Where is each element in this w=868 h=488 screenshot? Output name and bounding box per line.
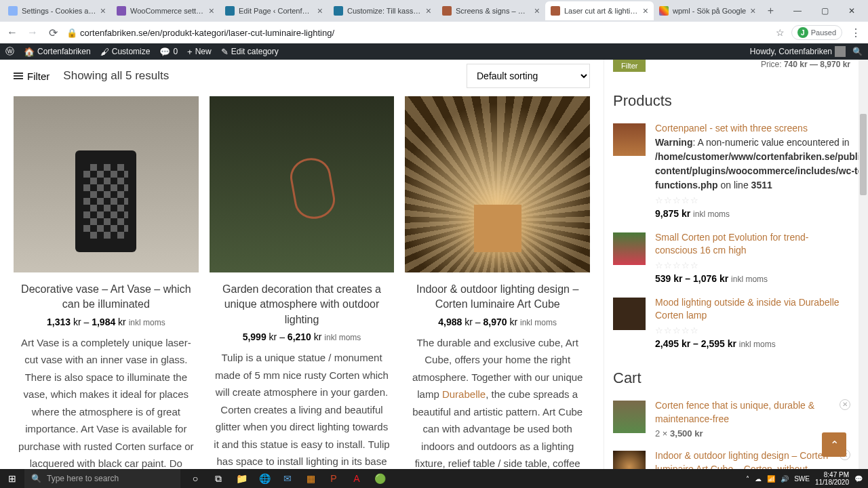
customize-link[interactable]: 🖌Customize xyxy=(100,47,151,57)
bookmark-icon[interactable]: ☆ xyxy=(776,27,785,38)
taskbar-clock[interactable]: 8:47 PM11/18/2020 xyxy=(815,471,849,486)
price-filter-row: Filter Price: 740 kr — 8,970 kr xyxy=(613,60,850,72)
wp-admin-bar: ⓦ 🏠Cortenfabriken 🖌Customize 💬0 +New ✎Ed… xyxy=(0,43,868,60)
remove-cart-item[interactable]: ✕ xyxy=(840,399,850,410)
comments-link[interactable]: 💬0 xyxy=(159,47,178,57)
taskbar-search[interactable]: 🔍Type here to search xyxy=(24,469,180,488)
app-icon[interactable]: ▦ xyxy=(300,469,321,488)
browser-tab[interactable]: Laser cut art & lighting – Corten× xyxy=(545,1,654,20)
product-card: Indoor & outdoor lighting design – Corte… xyxy=(405,96,590,469)
favicon xyxy=(117,6,126,16)
sidebar-product-item: Mood lighting outside & inside via Durab… xyxy=(613,296,850,349)
minimize-button[interactable]: — xyxy=(784,6,811,16)
start-button[interactable]: ⊞ xyxy=(0,473,24,484)
tab-title: WooCommerce settings ‹ Corten xyxy=(130,7,205,15)
favicon xyxy=(551,6,560,16)
explorer-icon[interactable]: 📁 xyxy=(231,469,252,488)
browser-tabs: Settings - Cookies and other site×WooCom… xyxy=(0,0,868,22)
browser-tab[interactable]: wpml - Sök på Google× xyxy=(654,1,761,20)
reload-button[interactable]: ⟳ xyxy=(46,26,60,39)
close-tab-icon[interactable]: × xyxy=(317,5,323,16)
tab-title: Settings - Cookies and other site xyxy=(22,7,96,15)
cortana-icon[interactable]: ○ xyxy=(184,469,206,488)
close-tab-icon[interactable]: × xyxy=(643,5,648,16)
new-link[interactable]: +New xyxy=(187,47,212,57)
powerpoint-icon[interactable]: P xyxy=(323,469,344,488)
volume-icon[interactable]: 🔊 xyxy=(781,475,789,483)
product-link[interactable]: Cortenpanel - set with three screens xyxy=(655,123,808,134)
filter-toggle[interactable]: Filter xyxy=(14,70,50,82)
cart-product-link[interactable]: Corten fence that is unique, durable & m… xyxy=(655,400,814,424)
profile-paused-chip[interactable]: JPaused xyxy=(791,25,842,40)
product-link[interactable]: Mood lighting outside & inside via Durab… xyxy=(655,297,840,321)
windows-taskbar: ⊞ 🔍Type here to search ○ ⧉ 📁 🌐 ✉ ▦ P A 🟢… xyxy=(0,469,868,488)
product-link[interactable]: Small Corten pot Evolution for trend-con… xyxy=(655,232,808,256)
product-thumbnail[interactable] xyxy=(613,298,646,330)
product-title[interactable]: Indoor & outdoor lighting design – Corte… xyxy=(409,282,586,312)
scroll-to-top-button[interactable]: ⌃ xyxy=(822,432,846,457)
favicon xyxy=(225,6,235,16)
howdy-link[interactable]: Howdy, Cortenfabriken xyxy=(750,46,846,57)
browser-tab[interactable]: Edit Page ‹ Cortenfabriken — W× xyxy=(220,1,328,20)
cart-heading: Cart xyxy=(613,369,850,387)
back-button[interactable]: ← xyxy=(5,26,19,39)
onedrive-icon[interactable]: ☁ xyxy=(755,475,762,483)
mail-icon[interactable]: ✉ xyxy=(277,469,298,488)
close-tab-icon[interactable]: × xyxy=(426,5,431,16)
wp-logo-icon[interactable]: ⓦ xyxy=(5,45,14,58)
close-tab-icon[interactable]: × xyxy=(100,5,106,16)
product-description: Art Vase is a completely unique laser-cu… xyxy=(14,334,199,469)
browser-tab[interactable]: WooCommerce settings ‹ Corten× xyxy=(111,1,220,20)
cart-thumbnail[interactable] xyxy=(613,401,646,433)
new-tab-button[interactable]: + xyxy=(761,5,780,17)
vertical-scrollbar[interactable] xyxy=(859,60,868,469)
product-thumbnail[interactable] xyxy=(613,123,646,156)
language-indicator[interactable]: SWE xyxy=(794,475,810,483)
hamburger-icon xyxy=(14,73,23,79)
edit-category-link[interactable]: ✎Edit category xyxy=(221,47,279,57)
product-image[interactable] xyxy=(405,96,590,272)
product-image[interactable] xyxy=(14,96,199,272)
acrobat-icon[interactable]: A xyxy=(346,469,368,488)
product-description: The durable and exclusive cube, Art Cube… xyxy=(405,334,590,469)
favicon xyxy=(334,6,343,16)
browser-tab[interactable]: Customize: Till kassan – Cortenf× xyxy=(328,1,437,20)
product-title[interactable]: Garden decoration that creates a unique … xyxy=(214,282,391,327)
close-tab-icon[interactable]: × xyxy=(534,5,540,16)
search-icon[interactable]: 🔍 xyxy=(852,47,863,56)
cart-product-link[interactable]: Indoor & outdoor lighting design – Corte… xyxy=(655,450,828,469)
product-image[interactable] xyxy=(210,96,395,272)
browser-tab[interactable]: Screens & signs – Cortenfabriken× xyxy=(437,1,545,20)
window-controls: — ▢ ✕ xyxy=(784,6,865,16)
menu-icon[interactable]: ⋮ xyxy=(849,26,863,39)
browser-tab[interactable]: Settings - Cookies and other site× xyxy=(3,1,111,20)
close-tab-icon[interactable]: × xyxy=(209,5,214,16)
notifications-icon[interactable]: 💬 xyxy=(854,475,863,483)
scrollbar-thumb[interactable] xyxy=(860,114,867,195)
close-window-button[interactable]: ✕ xyxy=(838,6,865,16)
tab-title: Screens & signs – Cortenfabriken xyxy=(456,7,530,15)
edge-icon[interactable]: 🌐 xyxy=(254,469,275,488)
filter-button[interactable]: Filter xyxy=(613,60,646,72)
lock-icon: 🔒 xyxy=(66,28,77,38)
url-field[interactable]: 🔒cortenfabriken.se/en/produkt-kategori/l… xyxy=(66,28,769,38)
cart-thumbnail[interactable] xyxy=(613,451,646,469)
maximize-button[interactable]: ▢ xyxy=(811,6,838,16)
task-view-icon[interactable]: ⧉ xyxy=(208,469,229,488)
tab-title: Customize: Till kassan – Cortenf xyxy=(347,7,422,15)
close-tab-icon[interactable]: × xyxy=(750,5,755,16)
tab-title: wpml - Sök på Google xyxy=(673,7,746,15)
cart-item: Indoor & outdoor lighting design – Corte… xyxy=(613,449,850,469)
chrome-icon[interactable]: 🟢 xyxy=(369,469,391,488)
php-warning: Warning: A non-numeric value encountered… xyxy=(655,136,868,192)
durabelle-link[interactable]: Durabelle xyxy=(442,388,486,400)
product-thumbnail[interactable] xyxy=(613,232,646,265)
sort-select[interactable]: Default sorting xyxy=(467,64,589,87)
forward-button[interactable]: → xyxy=(26,26,39,39)
tray-chevron-icon[interactable]: ˄ xyxy=(746,475,749,483)
site-name-link[interactable]: 🏠Cortenfabriken xyxy=(24,47,91,57)
product-price: 1,313 kr – 1,984 kr inkl moms xyxy=(14,317,199,327)
product-title[interactable]: Decorative vase – Art Vase – which can b… xyxy=(18,282,195,312)
network-icon[interactable]: 📶 xyxy=(767,475,775,483)
result-count: Showing all 5 results xyxy=(63,69,169,83)
